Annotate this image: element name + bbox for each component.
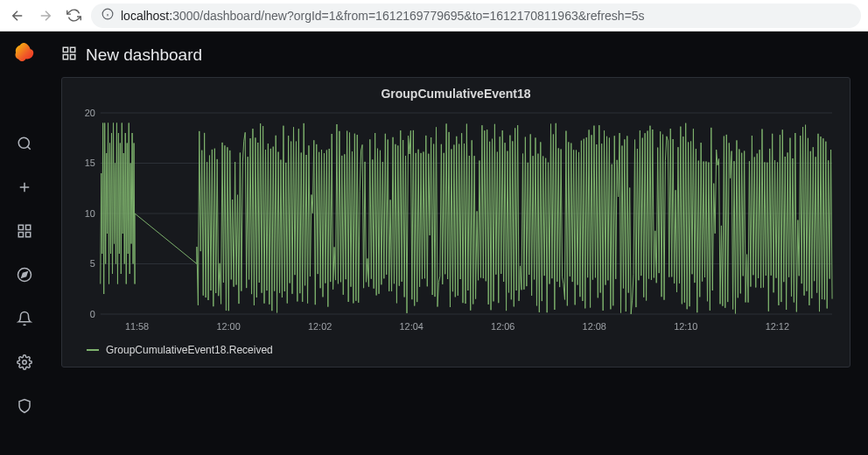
- browser-toolbar: localhost:3000/dashboard/new?orgId=1&fro…: [0, 0, 868, 32]
- reload-button[interactable]: [63, 5, 84, 26]
- svg-marker-12: [22, 272, 27, 277]
- shield-icon[interactable]: [10, 392, 38, 420]
- svg-rect-10: [18, 233, 23, 237]
- svg-text:11:58: 11:58: [125, 321, 149, 332]
- legend-swatch: [87, 349, 99, 351]
- svg-rect-17: [63, 55, 67, 60]
- page-title: New dashboard: [86, 46, 202, 65]
- main-content: New dashboard GroupCumulativeEvent18 051…: [49, 32, 868, 455]
- svg-rect-15: [71, 47, 75, 52]
- alerting-icon[interactable]: [10, 304, 38, 332]
- svg-point-3: [18, 137, 29, 148]
- chart-area[interactable]: 0510152011:5812:0012:0212:0412:0612:0812…: [74, 108, 837, 335]
- panel-title: GroupCumulativeEvent18: [74, 87, 837, 101]
- svg-text:12:02: 12:02: [308, 321, 332, 332]
- svg-text:10: 10: [85, 208, 95, 219]
- svg-rect-9: [26, 233, 31, 237]
- svg-rect-8: [26, 225, 31, 229]
- svg-text:20: 20: [85, 108, 95, 118]
- svg-rect-16: [71, 55, 75, 60]
- back-button[interactable]: [7, 5, 28, 26]
- svg-point-13: [23, 360, 27, 365]
- url-path: 3000/dashboard/new?orgId=1&from=16121697…: [172, 9, 644, 23]
- page-header: New dashboard: [61, 44, 850, 77]
- grafana-logo[interactable]: [12, 40, 37, 65]
- forward-button[interactable]: [35, 5, 56, 26]
- svg-rect-14: [63, 47, 67, 52]
- dashboards-header-icon: [61, 46, 77, 65]
- svg-text:5: 5: [90, 258, 95, 269]
- sidebar: [0, 32, 49, 455]
- svg-line-4: [27, 146, 30, 149]
- search-icon[interactable]: [10, 130, 38, 158]
- svg-text:12:04: 12:04: [400, 321, 424, 332]
- svg-text:12:06: 12:06: [491, 321, 514, 332]
- settings-icon[interactable]: [10, 348, 38, 376]
- svg-text:12:12: 12:12: [766, 321, 789, 332]
- info-icon: [102, 8, 114, 23]
- explore-icon[interactable]: [10, 261, 38, 289]
- svg-rect-7: [18, 225, 23, 229]
- chart-panel: GroupCumulativeEvent18 0510152011:5812:0…: [61, 77, 850, 368]
- app-container: New dashboard GroupCumulativeEvent18 051…: [0, 32, 868, 455]
- url-host: localhost:: [121, 9, 172, 23]
- dashboards-icon[interactable]: [10, 217, 38, 245]
- svg-text:12:10: 12:10: [674, 321, 697, 332]
- svg-text:15: 15: [85, 158, 95, 168]
- plus-icon[interactable]: [10, 173, 38, 201]
- svg-text:12:08: 12:08: [583, 321, 606, 332]
- url-bar[interactable]: localhost:3000/dashboard/new?orgId=1&fro…: [91, 4, 861, 28]
- chart-svg: 0510152011:5812:0012:0212:0412:0612:0812…: [74, 108, 837, 335]
- svg-text:0: 0: [90, 309, 95, 319]
- legend-label: GroupCumulativeEvent18.Received: [106, 344, 273, 356]
- legend[interactable]: GroupCumulativeEvent18.Received: [74, 344, 837, 356]
- svg-text:12:00: 12:00: [216, 321, 240, 332]
